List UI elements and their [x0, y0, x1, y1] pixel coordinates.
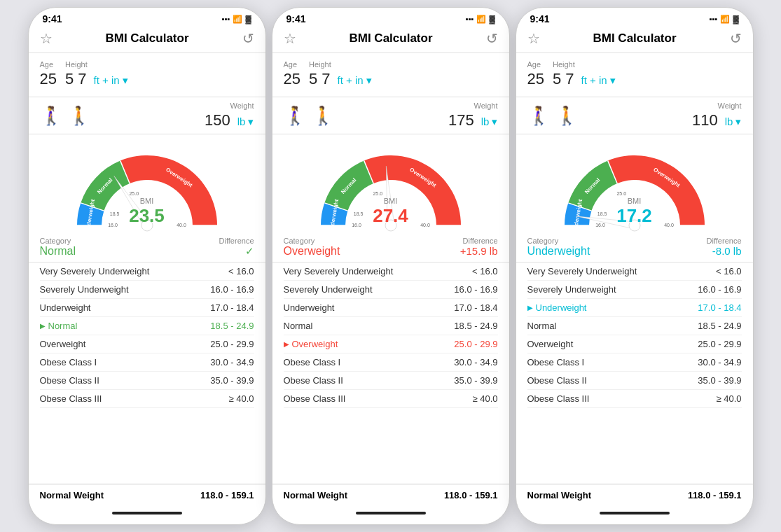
gauge-section: UnderweightNormalOverweight16.018.525.04… — [516, 134, 753, 232]
gender-row: 🚶‍♀ 🚶 Weight 110 lb ▾ — [516, 97, 753, 134]
difference-label: Difference — [707, 237, 742, 245]
svg-text:25.0: 25.0 — [373, 191, 382, 196]
height-in-value[interactable]: 7 — [565, 70, 574, 88]
male-icon[interactable]: 🚶 — [555, 105, 578, 127]
category-group: Category Overweight — [284, 237, 340, 258]
height-ft-value[interactable]: 5 — [309, 70, 317, 88]
svg-text:16.0: 16.0 — [108, 223, 118, 227]
height-label: Height — [553, 60, 616, 69]
footer-value: 118.0 - 159.1 — [444, 490, 498, 500]
refresh-icon[interactable]: ↺ — [242, 30, 254, 47]
table-row: Severely Underweight 16.0 - 16.9 — [284, 281, 498, 299]
height-in-value[interactable]: 7 — [78, 70, 86, 88]
gender-row: 🚶‍♀ 🚶 Weight 175 lb ▾ — [272, 97, 509, 134]
footer-value: 118.0 - 159.1 — [688, 490, 742, 500]
bmi-value: 27.4 — [373, 205, 408, 227]
age-value[interactable]: 25 — [284, 70, 300, 88]
status-time: 9:41 — [43, 13, 62, 24]
row-name: Obese Class II — [40, 375, 99, 386]
bmi-center: BMI 27.4 — [373, 197, 408, 227]
table-row: ▶Underweight 17.0 - 18.4 — [527, 299, 742, 317]
table-row: Obese Class III ≥ 40.0 — [527, 390, 742, 408]
table-row: Underweight 17.0 - 18.4 — [40, 299, 254, 317]
phone-1: 9:41 ▪▪▪ 📶 ▓ ☆ BMI Calculator ↺ Age 25 H… — [28, 7, 266, 525]
female-icon[interactable]: 🚶‍♀ — [527, 105, 550, 127]
row-name: Obese Class II — [527, 375, 587, 386]
row-range: 30.0 - 34.9 — [698, 357, 741, 368]
table-row: Obese Class III ≥ 40.0 — [284, 390, 498, 408]
weight-value[interactable]: 110 — [692, 111, 718, 130]
input-section: Age 25 Height 5 7 ft + in ▾ — [272, 53, 509, 97]
refresh-icon[interactable]: ↺ — [730, 30, 742, 47]
height-label: Height — [309, 60, 372, 69]
table-row: Normal 18.5 - 24.9 — [284, 317, 498, 335]
input-section: Age 25 Height 5 7 ft + in ▾ — [29, 53, 265, 97]
nav-bar: ☆ BMI Calculator ↺ — [272, 27, 509, 53]
app-title: BMI Calculator — [540, 31, 730, 46]
favorite-icon[interactable]: ☆ — [284, 30, 296, 47]
svg-text:16.0: 16.0 — [352, 223, 361, 227]
bmi-center: BMI 17.2 — [616, 197, 652, 227]
svg-text:40.0: 40.0 — [420, 223, 430, 227]
difference-label: Difference — [219, 237, 254, 245]
table-row: Obese Class II 35.0 - 39.9 — [40, 372, 254, 390]
weight-value[interactable]: 150 — [205, 111, 230, 130]
difference-group: Difference ✓ — [219, 237, 254, 258]
age-group: Age 25 — [40, 60, 57, 88]
height-unit-button[interactable]: ft + in ▾ — [337, 74, 371, 87]
row-name: Severely Underweight — [284, 284, 373, 295]
table-row: Obese Class II 35.0 - 39.9 — [284, 372, 498, 390]
table-row: Obese Class II 35.0 - 39.9 — [527, 372, 742, 390]
row-range: 16.0 - 16.9 — [454, 284, 497, 295]
row-name: Obese Class I — [284, 357, 341, 368]
male-icon[interactable]: 🚶 — [312, 105, 334, 127]
row-range: ≥ 40.0 — [472, 393, 497, 404]
male-icon[interactable]: 🚶 — [68, 105, 90, 127]
row-name: Normal — [284, 321, 313, 331]
female-icon[interactable]: 🚶‍♀ — [284, 105, 306, 127]
row-name: Overweight — [527, 339, 574, 349]
battery-icon: ▓ — [245, 15, 251, 23]
current-arrow-icon: ▶ — [284, 340, 289, 348]
height-in-value[interactable]: 7 — [322, 70, 330, 88]
table-row: Underweight 17.0 - 18.4 — [284, 299, 498, 317]
height-ft-value[interactable]: 5 — [553, 70, 561, 88]
weight-unit-button[interactable]: lb ▾ — [725, 115, 742, 128]
row-range: 35.0 - 39.9 — [210, 375, 254, 386]
weight-unit-button[interactable]: lb ▾ — [237, 115, 254, 128]
category-section: Category Overweight Difference +15.9 lb — [272, 232, 509, 262]
favorite-icon[interactable]: ☆ — [527, 30, 540, 47]
age-label: Age — [527, 60, 544, 69]
female-icon[interactable]: 🚶‍♀ — [40, 105, 62, 127]
height-unit-button[interactable]: ft + in ▾ — [93, 74, 127, 87]
weight-value[interactable]: 175 — [448, 111, 474, 130]
wifi-icon: 📶 — [720, 15, 730, 24]
gauge-section: UnderweightNormalOverweight16.018.525.04… — [272, 134, 509, 232]
status-bar: 9:41 ▪▪▪ 📶 ▓ — [272, 8, 509, 27]
table-footer: Normal Weight 118.0 - 159.1 — [272, 484, 509, 506]
favorite-icon[interactable]: ☆ — [40, 30, 53, 47]
svg-text:18.5: 18.5 — [353, 211, 363, 216]
table-row: Normal 18.5 - 24.9 — [527, 317, 742, 335]
height-ft-value[interactable]: 5 — [65, 70, 74, 88]
app-title: BMI Calculator — [296, 31, 486, 46]
svg-text:40.0: 40.0 — [664, 223, 674, 227]
weight-unit-button[interactable]: lb ▾ — [481, 115, 498, 128]
category-value: Normal — [40, 245, 76, 258]
svg-text:25.0: 25.0 — [129, 191, 139, 196]
app-title: BMI Calculator — [53, 31, 242, 46]
category-group: Category Underweight — [527, 237, 590, 258]
age-value[interactable]: 25 — [40, 70, 57, 88]
height-unit-button[interactable]: ft + in ▾ — [581, 74, 615, 87]
table-row: Obese Class I 30.0 - 34.9 — [527, 354, 742, 372]
row-name: Obese Class III — [527, 393, 590, 404]
refresh-icon[interactable]: ↺ — [486, 30, 498, 47]
table-row: Obese Class I 30.0 - 34.9 — [40, 354, 254, 372]
age-value[interactable]: 25 — [527, 70, 544, 88]
row-name: Severely Underweight — [40, 284, 129, 295]
wifi-icon: 📶 — [476, 15, 486, 24]
status-bar: 9:41 ▪▪▪ 📶 ▓ — [29, 8, 265, 27]
gender-row: 🚶‍♀ 🚶 Weight 150 lb ▾ — [29, 97, 265, 134]
home-indicator-container — [516, 506, 753, 524]
row-name: Severely Underweight — [527, 284, 616, 295]
